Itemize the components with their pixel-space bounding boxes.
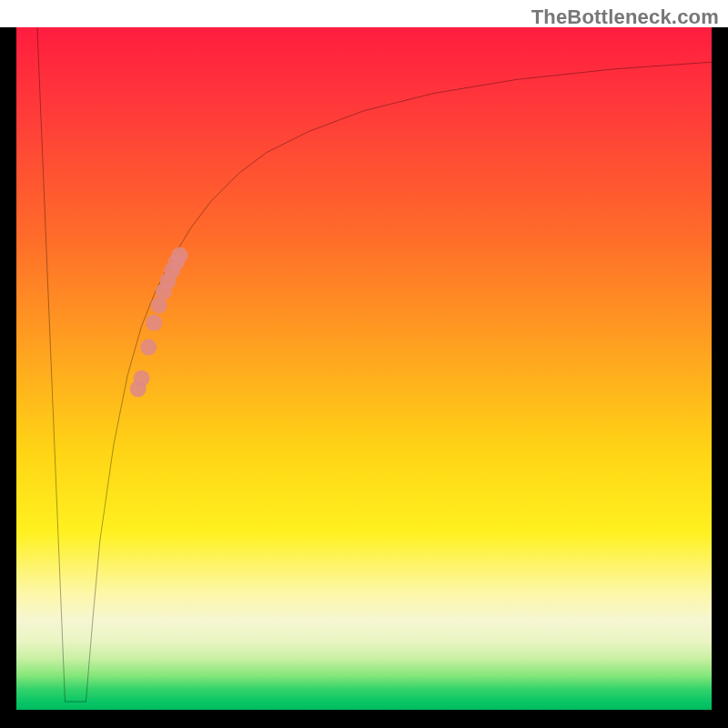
axes-frame <box>0 27 728 728</box>
marker-layer <box>16 27 712 710</box>
highlight-marker <box>140 339 157 355</box>
highlight-marker <box>146 315 162 331</box>
attribution-text: TheBottleneck.com <box>531 5 719 29</box>
highlight-markers <box>130 247 188 397</box>
highlight-marker <box>134 370 150 387</box>
highlight-marker <box>172 247 188 263</box>
plot-area <box>16 27 712 710</box>
